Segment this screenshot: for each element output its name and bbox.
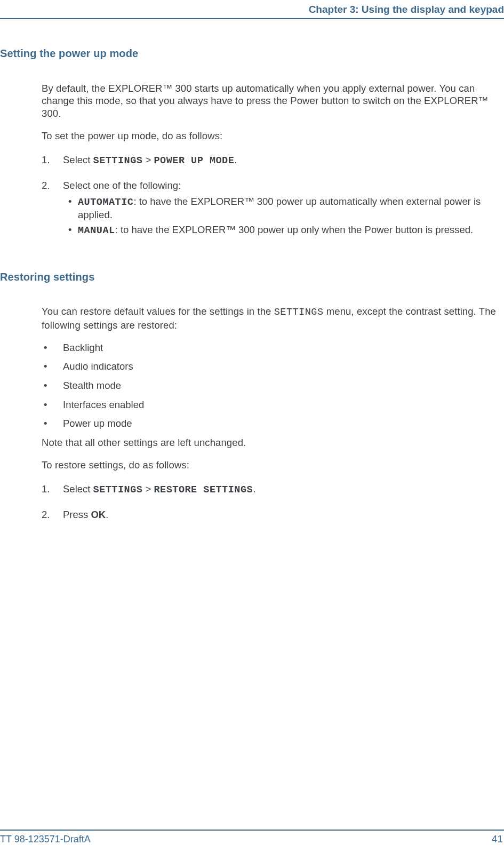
section1-p2: To set the power up mode, do as follows:: [42, 130, 497, 142]
section2-step2: 2. Press OK.: [42, 508, 497, 521]
footer-page-number: 41: [492, 833, 503, 846]
s2step1-lead: Select: [63, 483, 93, 495]
step2-intro: Select one of the following:: [63, 180, 181, 191]
s2step2-tail: .: [106, 509, 108, 520]
step1-lead: Select: [63, 154, 93, 165]
footer-doc-id: TT 98-123571-DraftA: [0, 833, 91, 846]
s2step2-lead: Press: [63, 509, 91, 520]
chapter-title: Chapter 3: Using the display and keypad: [309, 3, 504, 16]
step-num: 2.: [42, 179, 50, 192]
step-num: 1.: [42, 154, 50, 166]
s2step1-sep: >: [142, 483, 154, 495]
step1-code1: SETTINGS: [93, 155, 143, 166]
s2step1-code2: RESTORE SETTINGS: [154, 484, 253, 496]
sub-item: MANUAL: to have the EXPLORER™ 300 power …: [65, 224, 497, 237]
list-item: Interfaces enabled: [42, 398, 497, 411]
section2-step1: 1. Select SETTINGS > RESTORE SETTINGS.: [42, 483, 497, 497]
sub-rest: : to have the EXPLORER™ 300 power up onl…: [115, 224, 474, 235]
section2-body: You can restore default values for the s…: [42, 305, 497, 521]
list-item: Stealth mode: [42, 379, 497, 392]
section1-steps: 1. Select SETTINGS > POWER UP MODE. 2. S…: [42, 154, 497, 237]
section1-p1: By default, the EXPLORER™ 300 starts up …: [42, 82, 497, 120]
p1-a: You can restore default values for the s…: [42, 306, 274, 317]
section2-p2: Note that all other settings are left un…: [42, 436, 497, 449]
step1-sep: >: [142, 154, 154, 165]
sub-rest: : to have the EXPLORER™ 300 power up aut…: [78, 196, 481, 221]
section1-step2: 2. Select one of the following: AUTOMATI…: [42, 179, 497, 237]
section-heading-power-up: Setting the power up mode: [0, 47, 497, 61]
step2-sublist: AUTOMATIC: to have the EXPLORER™ 300 pow…: [65, 195, 497, 237]
content: Setting the power up mode By default, th…: [0, 47, 497, 533]
step-num: 2.: [42, 508, 50, 521]
list-item: Power up mode: [42, 417, 497, 430]
section1-body: By default, the EXPLORER™ 300 starts up …: [42, 82, 497, 237]
section2-bullets: Backlight Audio indicators Stealth mode …: [42, 341, 497, 430]
section-heading-restoring: Restoring settings: [0, 270, 497, 284]
p1-code: SETTINGS: [274, 307, 324, 318]
page: Chapter 3: Using the display and keypad …: [0, 0, 504, 853]
list-item: Audio indicators: [42, 360, 497, 373]
sub-code: MANUAL: [78, 225, 115, 236]
section2-p1: You can restore default values for the s…: [42, 305, 497, 331]
s2step1-tail: .: [253, 483, 255, 495]
step1-code2: POWER UP MODE: [154, 155, 234, 166]
step-num: 1.: [42, 483, 50, 496]
header-rule: [0, 18, 504, 19]
sub-code: AUTOMATIC: [78, 197, 133, 208]
section1-step1: 1. Select SETTINGS > POWER UP MODE.: [42, 154, 497, 168]
s2step1-code1: SETTINGS: [93, 484, 143, 496]
s2step2-bold: OK: [91, 509, 106, 520]
step1-tail: .: [234, 154, 237, 165]
sub-item: AUTOMATIC: to have the EXPLORER™ 300 pow…: [65, 195, 497, 221]
section2-p3: To restore settings, do as follows:: [42, 459, 497, 472]
footer-rule: [0, 830, 504, 831]
list-item: Backlight: [42, 341, 497, 354]
section2-steps: 1. Select SETTINGS > RESTORE SETTINGS. 2…: [42, 483, 497, 521]
